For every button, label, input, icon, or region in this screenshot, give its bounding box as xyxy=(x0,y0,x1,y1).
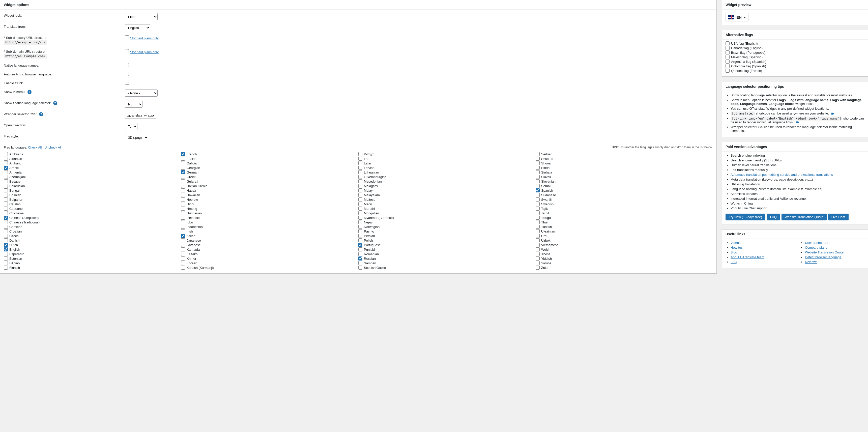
alt-flag-checkbox[interactable] xyxy=(725,55,730,59)
language-item[interactable]: Korean xyxy=(181,261,358,265)
language-item[interactable]: Kurdish (Kurmanji) xyxy=(181,265,358,270)
language-checkbox[interactable] xyxy=(4,261,8,265)
language-checkbox[interactable] xyxy=(536,256,540,260)
language-checkbox[interactable] xyxy=(536,152,540,156)
language-checkbox[interactable] xyxy=(536,211,540,215)
language-checkbox[interactable] xyxy=(4,197,8,202)
language-item[interactable]: Javanese xyxy=(181,243,358,247)
language-item[interactable]: Sesotho xyxy=(536,156,713,161)
language-item[interactable]: Thai xyxy=(536,220,713,224)
advantage-link[interactable]: Automatic translation post-editing servi… xyxy=(731,173,833,177)
language-item[interactable]: Shona xyxy=(536,161,713,165)
language-checkbox[interactable] xyxy=(536,188,540,192)
alt-flag-checkbox[interactable] xyxy=(725,46,730,50)
language-checkbox[interactable] xyxy=(358,157,362,161)
language-item[interactable]: Dutch xyxy=(4,243,181,247)
language-checkbox[interactable] xyxy=(4,161,8,165)
language-item[interactable]: Albanian xyxy=(4,156,181,161)
language-item[interactable]: Uzbek xyxy=(536,238,713,243)
language-checkbox[interactable] xyxy=(358,211,362,215)
language-checkbox[interactable] xyxy=(358,261,362,265)
language-checkbox[interactable] xyxy=(4,234,8,238)
language-item[interactable]: Ukrainian xyxy=(536,229,713,234)
language-checkbox[interactable] xyxy=(536,197,540,202)
language-item[interactable]: Hebrew xyxy=(181,197,358,202)
language-item[interactable]: Azerbaijani xyxy=(4,175,181,179)
language-item[interactable]: Corsican xyxy=(4,224,181,229)
language-item[interactable]: Urdu xyxy=(536,234,713,238)
language-item[interactable]: Catalan xyxy=(4,202,181,206)
language-checkbox[interactable] xyxy=(358,207,362,211)
language-checkbox[interactable] xyxy=(536,193,540,197)
alt-flag-item[interactable]: Mexico flag (Spanish) xyxy=(725,55,864,59)
language-item[interactable]: Macedonian xyxy=(358,179,536,184)
language-item[interactable]: Malagasy xyxy=(358,184,536,188)
language-checkbox[interactable] xyxy=(358,175,362,179)
language-checkbox[interactable] xyxy=(4,188,8,192)
language-checkbox[interactable] xyxy=(181,161,185,165)
language-checkbox[interactable] xyxy=(4,252,8,256)
language-item[interactable]: Kyrgyz xyxy=(358,152,536,156)
language-checkbox[interactable] xyxy=(181,197,185,202)
language-item[interactable]: Basque xyxy=(4,179,181,184)
language-checkbox[interactable] xyxy=(181,202,185,206)
check-all-link[interactable]: Check All xyxy=(28,146,41,149)
language-item[interactable]: Marathi xyxy=(358,206,536,211)
language-checkbox[interactable] xyxy=(4,175,8,179)
language-checkbox[interactable] xyxy=(536,229,540,233)
language-checkbox[interactable] xyxy=(181,229,185,233)
language-checkbox[interactable] xyxy=(536,243,540,247)
language-checkbox[interactable] xyxy=(358,238,362,242)
language-checkbox[interactable] xyxy=(181,166,185,170)
language-checkbox[interactable] xyxy=(181,157,185,161)
language-item[interactable]: Lao xyxy=(358,156,536,161)
alt-flag-item[interactable]: Brazil flag (Portuguese) xyxy=(725,50,864,55)
language-item[interactable]: Georgian xyxy=(181,165,358,170)
language-checkbox[interactable] xyxy=(358,243,362,247)
language-item[interactable]: Zulu xyxy=(536,265,713,270)
language-checkbox[interactable] xyxy=(181,170,185,174)
flag-style-select[interactable]: 3D (.png) xyxy=(125,134,148,141)
language-checkbox[interactable] xyxy=(358,188,362,192)
language-checkbox[interactable] xyxy=(358,166,362,170)
language-checkbox[interactable] xyxy=(536,207,540,211)
language-item[interactable]: Estonian xyxy=(4,256,181,261)
useful-link[interactable]: How-tos xyxy=(731,246,743,249)
useful-link[interactable]: Blog xyxy=(731,250,737,254)
language-checkbox[interactable] xyxy=(181,193,185,197)
useful-link[interactable]: Website Translation Quote xyxy=(805,250,843,254)
language-item[interactable]: Kazakh xyxy=(181,252,358,256)
language-checkbox[interactable] xyxy=(358,234,362,238)
action-button[interactable]: Live Chat xyxy=(828,214,848,220)
language-checkbox[interactable] xyxy=(4,229,8,233)
language-item[interactable]: Japanese xyxy=(181,238,358,243)
language-checkbox[interactable] xyxy=(358,161,362,165)
language-checkbox[interactable] xyxy=(4,179,8,183)
language-checkbox[interactable] xyxy=(4,243,8,247)
useful-link[interactable]: Detect browser language xyxy=(805,255,841,259)
wrapper-css-input[interactable] xyxy=(125,112,156,119)
language-item[interactable]: Latin xyxy=(358,161,536,165)
language-item[interactable]: Greek xyxy=(181,175,358,179)
language-item[interactable]: Malayalam xyxy=(358,193,536,197)
widget-look-select[interactable]: Float xyxy=(125,13,158,20)
language-checkbox[interactable] xyxy=(536,234,540,238)
language-checkbox[interactable] xyxy=(181,220,185,224)
useful-link[interactable]: About GTranslate team xyxy=(731,255,764,259)
language-checkbox[interactable] xyxy=(4,216,8,220)
language-item[interactable]: Vietnamese xyxy=(536,243,713,247)
action-button[interactable]: Try Now (15 days free) xyxy=(725,214,765,220)
language-checkbox[interactable] xyxy=(358,179,362,183)
language-item[interactable]: Amharic xyxy=(4,161,181,165)
language-item[interactable]: Maori xyxy=(358,202,536,206)
subdomain-url-checkbox[interactable] xyxy=(125,49,129,53)
language-item[interactable]: Bengali xyxy=(4,188,181,193)
language-item[interactable]: Mongolian xyxy=(358,211,536,215)
native-names-checkbox[interactable] xyxy=(125,63,129,67)
language-item[interactable]: Maltese xyxy=(358,197,536,202)
language-item[interactable]: Danish xyxy=(4,238,181,243)
language-checkbox[interactable] xyxy=(358,247,362,251)
language-checkbox[interactable] xyxy=(358,170,362,174)
language-item[interactable]: Hawaiian xyxy=(181,193,358,197)
alt-flag-item[interactable]: Argentina flag (Spanish) xyxy=(725,59,864,64)
